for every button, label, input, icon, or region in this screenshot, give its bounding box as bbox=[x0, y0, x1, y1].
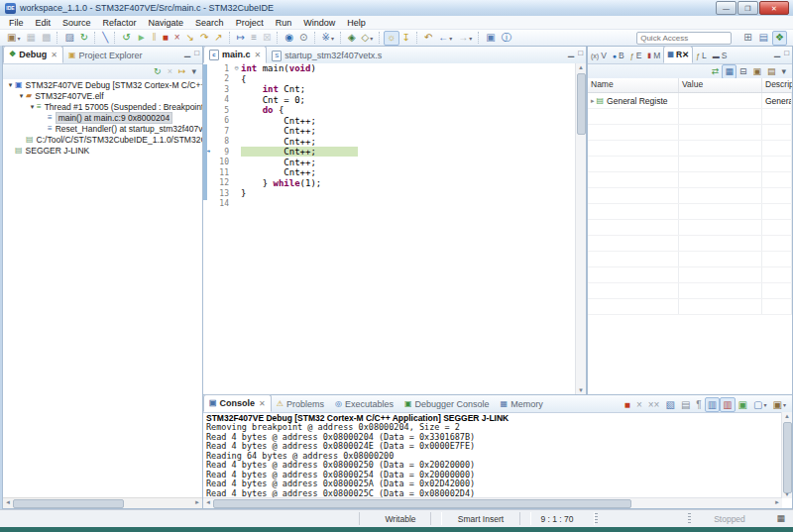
maximize-view-icon[interactable]: □ bbox=[784, 49, 789, 57]
tab-debug[interactable]: ❖Debug✕ bbox=[3, 46, 63, 63]
quick-access-input[interactable] bbox=[636, 32, 732, 45]
clock-icon[interactable]: ⊙ bbox=[296, 31, 310, 46]
minimize-button[interactable]: — bbox=[716, 1, 736, 15]
debug-tree-item[interactable]: ▾▰STM32F407VE.elf bbox=[3, 90, 202, 101]
code-line[interactable]: 12 } while(1); bbox=[203, 178, 576, 189]
console-vscrollbar[interactable]: ▲ ▼ bbox=[781, 412, 792, 498]
pin-console-icon[interactable]: ▣ bbox=[736, 397, 750, 412]
tab-s[interactable]: ▬S bbox=[710, 48, 731, 63]
close-tab-icon[interactable]: ✕ bbox=[255, 51, 262, 59]
open-console-icon[interactable]: ▣▾ bbox=[770, 397, 789, 412]
show-stderr-icon[interactable]: ▥ bbox=[720, 397, 735, 412]
fold-marker-icon[interactable]: ⊖ bbox=[232, 64, 241, 72]
code-line[interactable]: 6 Cnt++; bbox=[203, 116, 576, 127]
open-perspective-icon[interactable]: ⊞ bbox=[740, 31, 754, 46]
code-line[interactable]: 4 Cnt = 0; bbox=[203, 95, 576, 106]
tree-twisty-icon[interactable]: ▾ bbox=[17, 92, 26, 100]
scroll-lock-icon[interactable]: ▤ bbox=[678, 397, 693, 412]
menu-project[interactable]: Project bbox=[230, 18, 270, 28]
editor-tab-main-c[interactable]: cmain.c✕ bbox=[203, 46, 267, 63]
view-menu-icon[interactable]: ▾ bbox=[188, 64, 199, 79]
code-line[interactable]: 1⊖int main(void) bbox=[203, 63, 576, 74]
debug-tree-item[interactable]: ▾▣STM32F407VE Debug [STM32 Cortex-M C/C+… bbox=[3, 79, 202, 90]
suspend-icon[interactable]: ‖ bbox=[150, 31, 160, 46]
tree-twisty-icon[interactable]: ▾ bbox=[6, 81, 15, 89]
code-line[interactable]: 13} bbox=[203, 188, 576, 199]
console-output[interactable]: STM32F407VE Debug [STM32 Cortex-M C/C++ … bbox=[203, 412, 782, 498]
code-line[interactable]: 14 bbox=[203, 199, 576, 210]
register-group-row[interactable]: ▸▤General RegisteGeneral Purpose an... bbox=[588, 93, 792, 109]
add-register-group-icon[interactable]: ▣ bbox=[749, 64, 764, 79]
terminate-icon[interactable]: ■ bbox=[622, 397, 633, 412]
clear-console-icon[interactable]: ▧ bbox=[662, 397, 677, 412]
debug-tree-item[interactable]: ▤SEGGER J-LINK bbox=[3, 145, 202, 156]
step-into-icon[interactable]: ↘ bbox=[183, 31, 197, 46]
back-icon[interactable]: ←▾ bbox=[435, 31, 455, 46]
debug-perspective-icon[interactable]: ❖ bbox=[772, 31, 787, 46]
editor-tab-startup-stm32f407vetx-s[interactable]: Sstartup_stm32f407vetx.s bbox=[267, 48, 388, 63]
navigate-registers-icon[interactable]: ⇄ bbox=[709, 64, 723, 79]
tab-project-explorer[interactable]: ▣Project Explorer bbox=[63, 48, 149, 63]
terminate-icon[interactable]: ■ bbox=[160, 31, 171, 46]
external-tools-icon-dropdown[interactable]: ▾ bbox=[370, 35, 373, 42]
display-console-icon-dropdown[interactable]: ▾ bbox=[764, 401, 767, 408]
forward-icon-dropdown[interactable]: ▾ bbox=[469, 35, 472, 42]
code-line[interactable]: 8 Cnt++; bbox=[203, 137, 576, 148]
last-edit-location-icon[interactable]: ↶ bbox=[421, 31, 435, 46]
debug-tree-item[interactable]: ≡main() at main.c:9 0x8000204 bbox=[3, 112, 202, 123]
tab-memory[interactable]: ▦Memory bbox=[496, 396, 549, 412]
pin-icon[interactable]: ↧ bbox=[399, 31, 413, 46]
menu-search[interactable]: Search bbox=[189, 18, 230, 28]
debug-config-icon-dropdown[interactable]: ▾ bbox=[331, 35, 334, 42]
expand-icon[interactable]: ▸ bbox=[591, 97, 595, 105]
menu-source[interactable]: Source bbox=[57, 18, 97, 28]
tab-b[interactable]: ●B bbox=[610, 48, 627, 63]
code-line[interactable]: 3 int Cnt; bbox=[203, 84, 576, 95]
maximize-button[interactable]: ❐ bbox=[737, 1, 758, 15]
tab-m[interactable]: ▮M bbox=[644, 48, 663, 63]
code-line[interactable]: 2{ bbox=[203, 74, 576, 85]
remove-all-launches-icon[interactable]: ×× bbox=[645, 397, 663, 412]
editor-vscrollbar[interactable]: ▲ ▼ bbox=[575, 63, 586, 394]
remove-launch-icon[interactable]: × bbox=[633, 397, 645, 412]
tab-debugger-console[interactable]: ▣Debugger Console bbox=[399, 396, 496, 412]
debug-view-hscrollbar[interactable]: ◄► bbox=[3, 497, 202, 508]
instruction-stepping-icon[interactable]: ↦ bbox=[175, 64, 189, 79]
tab-r[interactable]: ▦R✕ bbox=[663, 46, 693, 63]
code-line[interactable]: 10 Cnt++; bbox=[203, 158, 576, 168]
code-line[interactable]: →9 Cnt++; bbox=[203, 147, 576, 158]
mark-occurrences-icon[interactable]: ☼ bbox=[384, 31, 398, 46]
code-line[interactable]: 7 Cnt++; bbox=[203, 126, 576, 137]
globe-icon[interactable]: ◉ bbox=[282, 31, 296, 46]
console-hscrollbar[interactable]: ◄► bbox=[203, 497, 782, 508]
step-return-icon[interactable]: ↗ bbox=[211, 31, 225, 46]
maximize-view-icon[interactable]: □ bbox=[194, 49, 199, 57]
refresh-icon[interactable]: ↻ bbox=[77, 31, 91, 46]
resume-icon[interactable]: ► bbox=[134, 31, 150, 46]
tab-problems[interactable]: ⚠Problems bbox=[272, 396, 330, 412]
back-icon-dropdown[interactable]: ▾ bbox=[449, 35, 452, 42]
new-wizard-icon[interactable]: ▣▾ bbox=[4, 31, 23, 46]
instruction-stepping-icon[interactable]: ↦ bbox=[234, 31, 248, 46]
disconnect-icon[interactable]: × bbox=[165, 64, 175, 79]
menu-edit[interactable]: Edit bbox=[30, 18, 57, 28]
close-tab-icon[interactable]: ✕ bbox=[682, 50, 689, 59]
progress-view-icon[interactable]: ▦ bbox=[776, 513, 785, 523]
pencil-icon[interactable]: ╲ bbox=[99, 31, 111, 46]
menu-refactor[interactable]: Refactor bbox=[97, 18, 143, 28]
show-threads-icon[interactable]: ≡ bbox=[248, 31, 260, 46]
close-tab-icon[interactable]: ✕ bbox=[51, 51, 57, 59]
view-menu-icon[interactable]: ▾ bbox=[778, 64, 789, 79]
tab-console[interactable]: ▣Console✕ bbox=[203, 394, 272, 412]
code-line[interactable]: 11 Cnt++; bbox=[203, 167, 576, 178]
step-over-icon[interactable]: ↷ bbox=[197, 31, 211, 46]
debug-tree-item[interactable]: ≡Reset_Handler() at startup_stm32f407vet… bbox=[3, 123, 202, 134]
tab-l[interactable]: ƒL bbox=[693, 48, 710, 63]
forward-icon[interactable]: →▾ bbox=[455, 31, 475, 46]
tree-twisty-icon[interactable]: ▾ bbox=[28, 103, 37, 111]
close-tab-icon[interactable]: ✕ bbox=[259, 399, 266, 408]
layout-toggle-icon[interactable]: ▦ bbox=[722, 64, 736, 79]
close-button[interactable]: ✕ bbox=[759, 1, 789, 15]
coverage-icon[interactable]: ◈ bbox=[345, 31, 359, 46]
code-editor[interactable]: 1⊖int main(void)2{3 int Cnt;4 Cnt = 0;5 … bbox=[203, 63, 576, 394]
